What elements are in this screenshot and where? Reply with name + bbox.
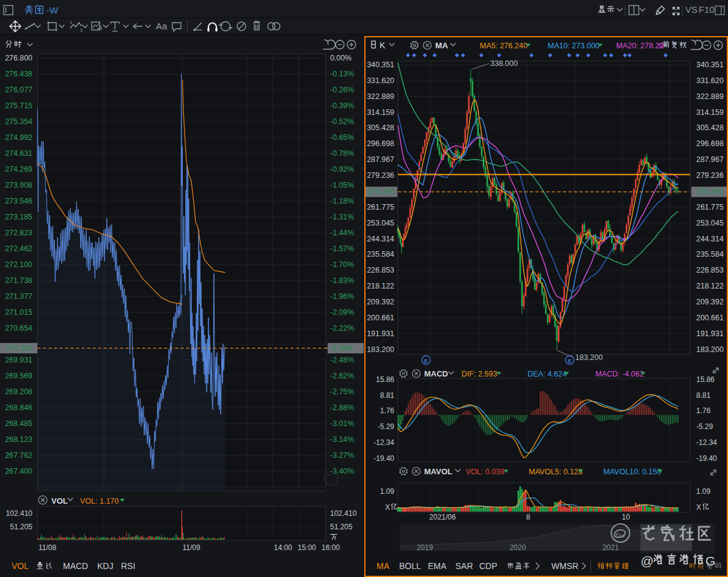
- svg-text:DIF: 2.593: DIF: 2.593: [461, 370, 497, 378]
- svg-text:340.351: 340.351: [367, 61, 394, 69]
- svg-text:183.200: 183.200: [367, 345, 394, 354]
- svg-text:267.762: 267.762: [5, 451, 32, 460]
- svg-text:305.428: 305.428: [367, 123, 394, 132]
- svg-text:322.889: 322.889: [367, 92, 394, 101]
- svg-text:VS: VS: [685, 4, 697, 15]
- svg-text:275.715: 275.715: [5, 101, 32, 110]
- svg-text:272.462: 272.462: [5, 244, 32, 253]
- svg-text:VOL: 0.039: VOL: 0.039: [466, 468, 504, 476]
- svg-text:-3.40%: -3.40%: [330, 467, 354, 476]
- svg-text:276.077: 276.077: [5, 86, 32, 94]
- svg-text:-19.40: -19.40: [373, 454, 394, 463]
- svg-text:272.100: 272.100: [5, 260, 32, 269]
- svg-text:10: 10: [622, 513, 630, 521]
- svg-text:WMSR: WMSR: [551, 561, 578, 571]
- svg-text:-0.78%: -0.78%: [330, 149, 354, 158]
- svg-text:-W: -W: [46, 5, 59, 15]
- svg-text:MAVOL5: 0.128: MAVOL5: 0.128: [529, 468, 583, 476]
- svg-text:2021/06: 2021/06: [429, 513, 456, 521]
- svg-text:MA10: 273.000: MA10: 273.000: [548, 42, 600, 50]
- svg-text:-2.48%: -2.48%: [330, 356, 354, 364]
- svg-text:MA: MA: [435, 41, 448, 50]
- svg-text:269.931: 269.931: [5, 356, 32, 364]
- svg-text:-2.09%: -2.09%: [330, 308, 354, 317]
- svg-text:183.200: 183.200: [696, 345, 724, 354]
- svg-text:271.015: 271.015: [5, 308, 32, 317]
- svg-text:253.045: 253.045: [696, 219, 724, 227]
- svg-text:-2.88%: -2.88%: [330, 403, 354, 412]
- svg-text:-5.29: -5.29: [378, 422, 395, 431]
- svg-text:274.631: 274.631: [5, 149, 32, 158]
- svg-text:MA20: 278.22: MA20: 278.22: [616, 42, 664, 50]
- svg-text:-1.18%: -1.18%: [330, 197, 354, 205]
- svg-text:15:00: 15:00: [298, 543, 316, 552]
- svg-text:-3.14%: -3.14%: [330, 435, 354, 444]
- svg-text:MACD: MACD: [63, 561, 88, 571]
- svg-text:331.620: 331.620: [367, 76, 394, 85]
- svg-text:-3.01%: -3.01%: [330, 419, 354, 428]
- svg-text:@: @: [641, 554, 653, 568]
- svg-text:287.967: 287.967: [367, 155, 394, 164]
- svg-text:-1.83%: -1.83%: [330, 276, 354, 285]
- svg-text:268.846: 268.846: [5, 403, 32, 412]
- svg-text:RSI: RSI: [121, 561, 135, 571]
- svg-text:244.314: 244.314: [367, 235, 394, 243]
- svg-text:271.738: 271.738: [5, 276, 32, 285]
- svg-text:273.908: 273.908: [5, 181, 32, 189]
- svg-text:338.000: 338.000: [490, 59, 518, 68]
- svg-text:51.205: 51.205: [10, 523, 32, 531]
- svg-text:274.269: 274.269: [5, 165, 32, 174]
- svg-text:MACD: -4.062: MACD: -4.062: [595, 370, 644, 378]
- svg-text:296.698: 296.698: [367, 139, 394, 148]
- svg-text:G: G: [705, 554, 715, 568]
- svg-text:X: X: [385, 503, 390, 512]
- svg-text:VOL: VOL: [51, 496, 68, 505]
- svg-text:2021: 2021: [603, 543, 619, 552]
- svg-text:279.236: 279.236: [696, 171, 724, 180]
- svg-text:314.159: 314.159: [367, 108, 394, 117]
- svg-text:273.546: 273.546: [5, 197, 32, 205]
- svg-text:305.428: 305.428: [696, 123, 724, 132]
- svg-text:244.314: 244.314: [696, 235, 724, 243]
- svg-text:K: K: [380, 40, 386, 50]
- svg-text:268.123: 268.123: [5, 435, 32, 444]
- svg-text:331.620: 331.620: [696, 76, 724, 85]
- svg-text:-12.34: -12.34: [696, 438, 717, 447]
- svg-text:235.584: 235.584: [696, 250, 724, 259]
- svg-text:8.81: 8.81: [696, 391, 711, 400]
- svg-text:270.200: 270.200: [696, 188, 723, 196]
- svg-text:VOL: 1.170: VOL: 1.170: [80, 497, 119, 505]
- svg-text:E: E: [568, 358, 572, 364]
- svg-text:VOL: VOL: [12, 561, 29, 571]
- svg-text:15.86: 15.86: [376, 375, 394, 384]
- svg-text:SAR: SAR: [455, 561, 473, 571]
- svg-text:-1.05%: -1.05%: [330, 181, 354, 189]
- svg-text:MA: MA: [377, 561, 390, 571]
- svg-text:BOLL: BOLL: [399, 561, 421, 571]
- svg-text:2019: 2019: [417, 543, 433, 552]
- svg-text:272.823: 272.823: [5, 229, 32, 237]
- svg-text:226.853: 226.853: [367, 266, 394, 274]
- svg-text:-2.38%: -2.38%: [330, 344, 353, 353]
- svg-text:314.159: 314.159: [696, 108, 724, 117]
- svg-text:279.236: 279.236: [367, 171, 394, 180]
- svg-text:218.122: 218.122: [367, 282, 394, 290]
- svg-text:226.853: 226.853: [696, 266, 724, 274]
- svg-text:-0.92%: -0.92%: [330, 165, 354, 174]
- svg-text:273.185: 273.185: [5, 213, 32, 221]
- svg-text:MAVOL10: 0.150: MAVOL10: 0.150: [603, 468, 661, 476]
- svg-text:1.76: 1.76: [380, 406, 395, 415]
- svg-text:-19.40: -19.40: [696, 454, 717, 463]
- svg-text:287.967: 287.967: [696, 155, 724, 164]
- svg-text:2020: 2020: [510, 543, 526, 552]
- svg-text:209.392: 209.392: [696, 298, 724, 306]
- svg-text:-1.70%: -1.70%: [330, 260, 354, 269]
- svg-text:16:00: 16:00: [322, 543, 340, 552]
- svg-text:-1.44%: -1.44%: [330, 229, 354, 237]
- svg-text:Aa: Aa: [156, 21, 167, 31]
- svg-text:-0.39%: -0.39%: [330, 101, 354, 110]
- svg-text:296.698: 296.698: [696, 139, 724, 148]
- svg-text:0: 0: [659, 42, 663, 50]
- svg-text:-0.13%: -0.13%: [330, 70, 354, 78]
- svg-text:8.81: 8.81: [380, 391, 395, 400]
